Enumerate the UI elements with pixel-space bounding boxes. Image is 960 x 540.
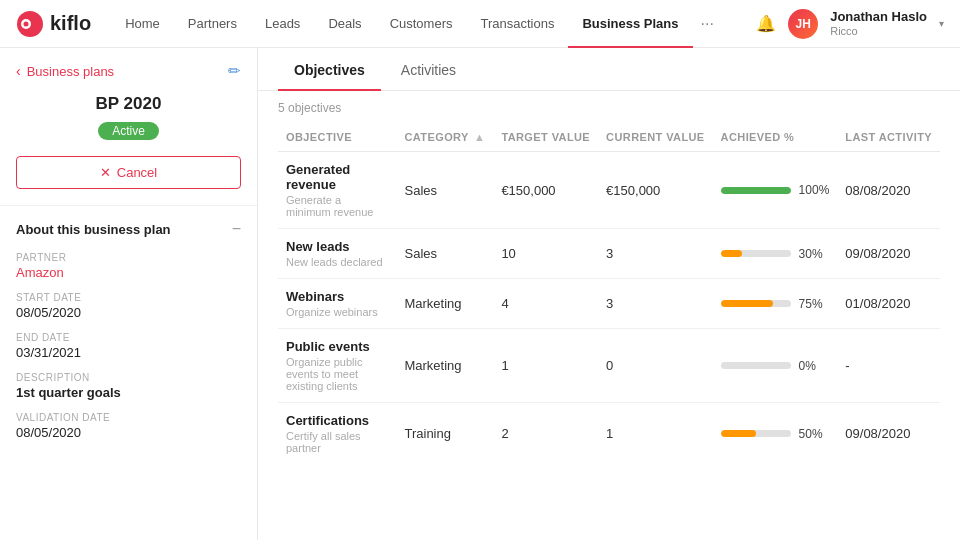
- progress-bar-2: [721, 300, 791, 307]
- logo[interactable]: kiflo: [16, 10, 91, 38]
- nav-leads[interactable]: Leads: [251, 0, 314, 48]
- tab-objectives[interactable]: Objectives: [278, 48, 381, 90]
- cell-achieved-4: 50%: [713, 403, 838, 465]
- content-area: Objectives Activities 5 objectives OBJEC…: [258, 48, 960, 540]
- objective-desc-4: Certify all sales partner: [286, 430, 388, 454]
- cell-target-0: €150,000: [493, 152, 598, 229]
- nav-business-plans[interactable]: Business Plans: [568, 0, 692, 48]
- col-last-activity: LAST ACTIVITY: [837, 123, 940, 152]
- nav-transactions[interactable]: Transactions: [466, 0, 568, 48]
- tab-activities[interactable]: Activities: [385, 48, 472, 90]
- objective-desc-1: New leads declared: [286, 256, 388, 268]
- field-description: DESCRIPTION 1st quarter goals: [16, 372, 241, 400]
- cell-current-4: 1: [598, 403, 713, 465]
- objectives-count: 5 objectives: [258, 91, 960, 123]
- progress-wrap-1: 30%: [721, 247, 830, 261]
- field-end-date: END DATE 03/31/2021: [16, 332, 241, 360]
- field-start-date: START DATE 08/05/2020: [16, 292, 241, 320]
- progress-label-1: 30%: [799, 247, 829, 261]
- end-date-label: END DATE: [16, 332, 241, 343]
- progress-fill-2: [721, 300, 774, 307]
- end-date-value: 03/31/2021: [16, 345, 241, 360]
- nav-deals[interactable]: Deals: [314, 0, 375, 48]
- cell-achieved-3: 0%: [713, 329, 838, 403]
- user-info: Jonathan Haslo Ricco: [830, 9, 927, 38]
- cell-category-0: Sales: [396, 152, 493, 229]
- partner-value[interactable]: Amazon: [16, 265, 241, 280]
- cell-achieved-0: 100%: [713, 152, 838, 229]
- progress-fill-1: [721, 250, 742, 257]
- start-date-value: 08/05/2020: [16, 305, 241, 320]
- cell-objective-0: Generated revenue Generate a minimum rev…: [278, 152, 396, 229]
- progress-bar-3: [721, 362, 791, 369]
- about-title: About this business plan: [16, 222, 171, 237]
- cell-achieved-2: 75%: [713, 279, 838, 329]
- cell-target-1: 10: [493, 229, 598, 279]
- user-chevron-icon[interactable]: ▾: [939, 18, 944, 29]
- objectives-table: OBJECTIVE CATEGORY ▲ TARGET VALUE CURREN…: [278, 123, 940, 464]
- progress-label-0: 100%: [799, 183, 830, 197]
- table-row: New leads New leads declared Sales 10 3 …: [278, 229, 940, 279]
- cell-category-3: Marketing: [396, 329, 493, 403]
- cell-category-1: Sales: [396, 229, 493, 279]
- progress-bar-0: [721, 187, 791, 194]
- objective-desc-2: Organize webinars: [286, 306, 388, 318]
- cancel-button[interactable]: ✕ Cancel: [16, 156, 241, 189]
- col-target-value: TARGET VALUE: [493, 123, 598, 152]
- objective-desc-3: Organize public events to meet existing …: [286, 356, 388, 392]
- progress-bar-1: [721, 250, 791, 257]
- cell-achieved-1: 30%: [713, 229, 838, 279]
- objective-name-3: Public events: [286, 339, 388, 354]
- cell-target-2: 4: [493, 279, 598, 329]
- sidebar: ‹ Business plans ✏ BP 2020 Active ✕ Canc…: [0, 48, 258, 540]
- bp-title-section: BP 2020 Active: [0, 90, 257, 152]
- objective-name-4: Certifications: [286, 413, 388, 428]
- partner-label: PARTNER: [16, 252, 241, 263]
- description-label: DESCRIPTION: [16, 372, 241, 383]
- sidebar-breadcrumb[interactable]: ‹ Business plans ✏: [0, 48, 257, 90]
- nav-more-button[interactable]: ···: [693, 15, 722, 33]
- progress-wrap-3: 0%: [721, 359, 830, 373]
- nav-customers[interactable]: Customers: [376, 0, 467, 48]
- about-section: About this business plan − PARTNER Amazo…: [0, 206, 257, 466]
- avatar: JH: [788, 9, 818, 39]
- main-layout: ‹ Business plans ✏ BP 2020 Active ✕ Canc…: [0, 48, 960, 540]
- nav-links: Home Partners Leads Deals Customers Tran…: [111, 0, 756, 48]
- objective-desc-0: Generate a minimum revenue: [286, 194, 388, 218]
- sort-arrow-icon: ▲: [474, 131, 485, 143]
- objective-name-2: Webinars: [286, 289, 388, 304]
- col-category[interactable]: CATEGORY ▲: [396, 123, 493, 152]
- progress-label-4: 50%: [799, 427, 829, 441]
- notification-bell-icon[interactable]: 🔔: [756, 14, 776, 33]
- edit-icon[interactable]: ✏: [228, 62, 241, 80]
- cell-objective-4: Certifications Certify all sales partner: [278, 403, 396, 465]
- cancel-x-icon: ✕: [100, 165, 111, 180]
- bp-status-badge: Active: [98, 122, 159, 140]
- cell-last-activity-2: 01/08/2020: [837, 279, 940, 329]
- back-arrow-icon: ‹: [16, 63, 21, 79]
- cell-objective-2: Webinars Organize webinars: [278, 279, 396, 329]
- table-row: Certifications Certify all sales partner…: [278, 403, 940, 465]
- nav-home[interactable]: Home: [111, 0, 174, 48]
- table-row: Generated revenue Generate a minimum rev…: [278, 152, 940, 229]
- col-current-value: CURRENT VALUE: [598, 123, 713, 152]
- cell-current-0: €150,000: [598, 152, 713, 229]
- progress-fill-4: [721, 430, 756, 437]
- cell-current-1: 3: [598, 229, 713, 279]
- cell-objective-1: New leads New leads declared: [278, 229, 396, 279]
- table-row: Webinars Organize webinars Marketing 4 3…: [278, 279, 940, 329]
- cancel-label: Cancel: [117, 165, 157, 180]
- cell-objective-3: Public events Organize public events to …: [278, 329, 396, 403]
- nav-partners[interactable]: Partners: [174, 0, 251, 48]
- description-value: 1st quarter goals: [16, 385, 241, 400]
- progress-wrap-0: 100%: [721, 183, 830, 197]
- svg-point-2: [24, 21, 29, 26]
- progress-label-2: 75%: [799, 297, 829, 311]
- progress-wrap-2: 75%: [721, 297, 830, 311]
- about-header: About this business plan −: [16, 220, 241, 238]
- field-validation-date: VALIDATION DATE 08/05/2020: [16, 412, 241, 440]
- collapse-icon[interactable]: −: [232, 220, 241, 238]
- table-row: Public events Organize public events to …: [278, 329, 940, 403]
- field-partner: PARTNER Amazon: [16, 252, 241, 280]
- cell-category-2: Marketing: [396, 279, 493, 329]
